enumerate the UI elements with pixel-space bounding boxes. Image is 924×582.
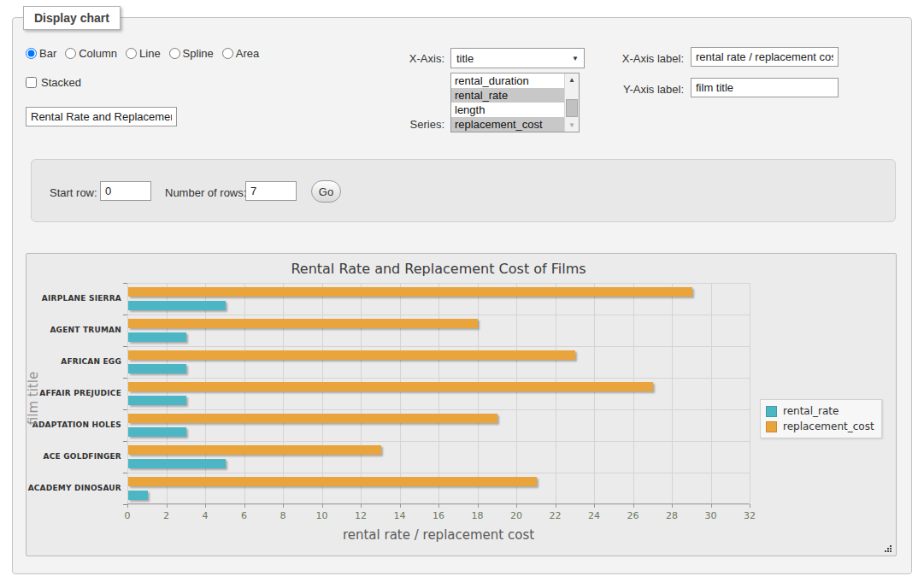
bar-rental_rate: [128, 301, 226, 310]
bar-rental_rate: [128, 459, 226, 468]
chart-title-input[interactable]: [26, 107, 177, 126]
gridline-vertical: [167, 283, 168, 503]
chart-type-label: Area: [236, 47, 259, 60]
legend-item-rental_rate[interactable]: rental_rate: [766, 403, 874, 419]
category-label: AGENT TRUMAN: [19, 326, 121, 334]
series-multiselect[interactable]: rental_durationrental_ratelengthreplacem…: [450, 73, 580, 132]
x-axis-tick-label: 8: [270, 510, 296, 521]
chart-type-radio-column[interactable]: [65, 48, 76, 59]
y-axis-tick: [123, 409, 127, 410]
scroll-up-icon[interactable]: ▲: [565, 73, 579, 86]
x-axis-tick: [127, 504, 128, 508]
bar-replacement_cost: [128, 414, 497, 423]
legend-label: replacement_cost: [783, 420, 874, 432]
chart-type-radio-bar[interactable]: [26, 48, 37, 59]
scrollbar-thumb[interactable]: [566, 99, 578, 117]
bar-rental_rate: [128, 396, 186, 405]
x-axis-select-label: X-Axis:: [359, 52, 444, 65]
gridline-horizontal: [127, 409, 750, 410]
chart-type-label: Column: [79, 47, 117, 60]
series-option-replacement_cost[interactable]: replacement_cost: [451, 117, 564, 132]
chart-type-radio-line[interactable]: [126, 48, 137, 59]
y-axis-tick: [123, 441, 127, 442]
x-axis-tick-label: 6: [232, 510, 257, 521]
gridline-vertical: [322, 283, 323, 503]
x-axis-tick: [556, 504, 556, 508]
bar-replacement_cost: [128, 477, 537, 486]
series-option-rental_rate[interactable]: rental_rate: [451, 88, 564, 103]
x-axis-tick: [711, 504, 712, 508]
chart-type-radio-area[interactable]: [222, 48, 233, 59]
resize-grip-icon[interactable]: [882, 543, 892, 553]
gridline-vertical: [594, 283, 595, 503]
gridline-vertical: [516, 283, 517, 503]
x-axis-tick: [205, 504, 206, 508]
gridline-vertical: [750, 283, 750, 503]
chart-container: Rental Rate and Replacement Cost of Film…: [26, 253, 897, 556]
y-axis-title: film title: [26, 347, 41, 450]
scrollbar-track[interactable]: [565, 86, 579, 119]
chart-type-option-spline[interactable]: Spline: [169, 47, 214, 60]
chart-type-option-column[interactable]: Column: [65, 47, 117, 60]
chart-type-option-bar[interactable]: Bar: [26, 47, 56, 60]
stacked-checkbox[interactable]: [26, 77, 37, 88]
x-axis-tick: [633, 504, 634, 508]
chevron-down-icon: ▼: [572, 55, 579, 62]
x-axis-select[interactable]: title ▼: [450, 48, 585, 68]
x-axis-tick: [594, 504, 595, 508]
chart-type-option-line[interactable]: Line: [126, 47, 161, 60]
start-row-input[interactable]: [100, 181, 151, 201]
bar-rental_rate: [128, 427, 186, 437]
x-axis-label-input[interactable]: [691, 47, 839, 67]
chart-title: Rental Rate and Replacement Cost of Film…: [127, 261, 750, 277]
legend-item-replacement_cost[interactable]: replacement_cost: [766, 419, 874, 434]
chart-type-option-area[interactable]: Area: [222, 47, 259, 60]
x-axis-tick: [244, 504, 245, 508]
gridline-vertical: [361, 283, 362, 503]
x-axis-selected-value: title: [456, 52, 572, 65]
x-axis-tick-label: 32: [737, 510, 762, 521]
start-row-label: Start row:: [50, 186, 97, 199]
x-axis-tick: [516, 504, 517, 508]
x-axis-tick-label: 10: [309, 510, 335, 521]
series-options: rental_durationrental_ratelengthreplacem…: [451, 73, 564, 132]
number-of-rows-input[interactable]: [245, 181, 297, 201]
series-option-rental_duration[interactable]: rental_duration: [451, 73, 564, 88]
x-axis-tick-label: 16: [426, 510, 451, 521]
x-axis-tick-label: 26: [621, 510, 646, 521]
gridline-vertical: [711, 283, 712, 503]
plot-area: AIRPLANE SIERRAAGENT TRUMANAFRICAN EGGAF…: [127, 283, 750, 504]
bar-rental_rate: [128, 332, 186, 342]
chart-type-label: Bar: [39, 47, 56, 60]
go-button[interactable]: Go: [311, 180, 341, 203]
y-axis-label-input[interactable]: [691, 78, 839, 97]
x-axis-tick: [167, 504, 168, 508]
x-axis-tick-label: 14: [387, 510, 413, 521]
stacked-label: Stacked: [41, 76, 81, 89]
x-axis-tick-label: 0: [115, 510, 140, 521]
x-axis-tick: [672, 504, 673, 508]
chart-type-label: Line: [139, 47, 161, 60]
series-option-length[interactable]: length: [451, 103, 564, 117]
category-label: AIRPLANE SIERRA: [19, 294, 121, 303]
row-range-panel: [31, 159, 896, 222]
x-axis-tick-label: 4: [192, 510, 218, 521]
bar-rental_rate: [128, 491, 148, 500]
x-axis-tick: [400, 504, 401, 508]
chart-type-radio-group: BarColumnLineSplineArea: [26, 47, 264, 60]
x-axis-tick-label: 22: [543, 510, 568, 521]
chart-type-radio-spline[interactable]: [169, 48, 180, 59]
gridline-vertical: [205, 283, 206, 503]
gridline-horizontal: [127, 378, 750, 379]
y-axis-tick: [123, 473, 127, 473]
x-axis-tick: [322, 504, 323, 508]
gridline-vertical: [127, 283, 128, 503]
x-axis-tick-label: 20: [503, 510, 529, 521]
x-axis-tick-label: 28: [659, 510, 685, 521]
gridline-vertical: [633, 283, 634, 503]
legend-label: rental_rate: [783, 405, 839, 417]
series-scrollbar[interactable]: ▲ ▼: [564, 73, 579, 132]
x-axis-tick: [750, 504, 750, 508]
scroll-down-icon[interactable]: ▼: [565, 119, 579, 132]
y-axis-tick: [123, 378, 127, 379]
